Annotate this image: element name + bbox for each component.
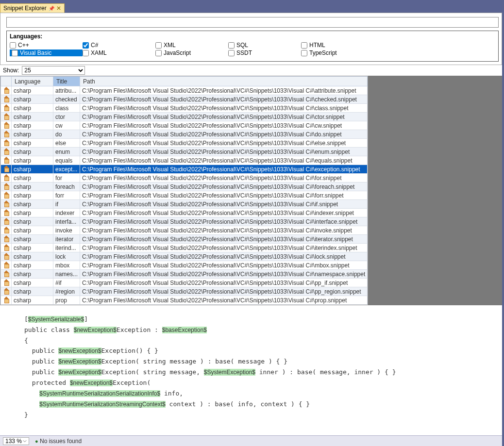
- checkbox[interactable]: [228, 50, 235, 56]
- col-title[interactable]: Title: [53, 77, 80, 86]
- snippet-icon: [3, 157, 10, 163]
- table-row[interactable]: csharpforC:\Program Files\Microsoft Visu…: [1, 174, 368, 182]
- snippet-icon: [3, 297, 10, 302]
- snippet-icon: [3, 227, 10, 232]
- snippet-icon: [3, 96, 10, 101]
- lang-typescript[interactable]: TypeScript: [301, 50, 374, 56]
- table-row[interactable]: csharpmboxC:\Program Files\Microsoft Vis…: [1, 261, 368, 270]
- snippet-placeholder: $SystemRuntimeSerializationStreamingCont…: [39, 401, 165, 408]
- snippet-icon: [3, 87, 10, 93]
- chevron-down-icon: [23, 439, 27, 443]
- snippet-placeholder: $SystemException$: [204, 369, 255, 376]
- close-icon[interactable]: ✕: [56, 5, 61, 12]
- search-input[interactable]: [6, 17, 499, 28]
- snippet-icon: [3, 113, 10, 119]
- checkbox[interactable]: [10, 42, 16, 49]
- snippet-placeholder: $SystemRuntimeSerializationSerialization…: [39, 390, 160, 397]
- snippet-icon: [3, 218, 10, 224]
- table-row[interactable]: csharpcwC:\Program Files\Microsoft Visua…: [1, 121, 368, 130]
- grid-area: Language Title Path csharpattribu...C:\P…: [0, 76, 502, 305]
- table-row[interactable]: csharpinterfa...C:\Program Files\Microso…: [1, 217, 368, 226]
- snippet-icon: [3, 244, 10, 250]
- col-icon[interactable]: [1, 77, 12, 86]
- tab-snippet-explorer[interactable]: Snippet Explorer 📌 ✕: [0, 3, 65, 13]
- snippet-placeholder: $baseException$: [162, 327, 207, 333]
- tab-strip: Snippet Explorer 📌 ✕: [0, 2, 502, 13]
- snippet-icon: [3, 192, 10, 198]
- table-row[interactable]: csharpcheckedC:\Program Files\Microsoft …: [1, 95, 368, 104]
- snippet-icon: [3, 270, 10, 276]
- checkbox[interactable]: [83, 42, 89, 49]
- checkbox[interactable]: [155, 42, 162, 49]
- table-row[interactable]: csharpiterind...C:\Program Files\Microso…: [1, 244, 368, 252]
- lang-html[interactable]: HTML: [301, 42, 374, 49]
- checkbox[interactable]: [301, 42, 307, 49]
- checkbox[interactable]: [12, 50, 18, 56]
- languages-label: Languages:: [10, 33, 495, 40]
- checkbox[interactable]: [301, 50, 307, 56]
- table-row[interactable]: csharpforrC:\Program Files\Microsoft Vis…: [1, 191, 368, 200]
- lang-ssdt[interactable]: SSDT: [228, 50, 301, 56]
- table-row[interactable]: csharpnames...C:\Program Files\Microsoft…: [1, 270, 368, 279]
- table-row[interactable]: csharpifC:\Program Files\Microsoft Visua…: [1, 200, 368, 209]
- table-row[interactable]: csharppropC:\Program Files\Microsoft Vis…: [1, 296, 368, 305]
- snippet-icon: [3, 174, 10, 180]
- table-row[interactable]: csharpctorC:\Program Files\Microsoft Vis…: [1, 113, 368, 121]
- zoom-control[interactable]: 133 %: [3, 437, 29, 445]
- lang-xaml[interactable]: XAML: [83, 50, 155, 56]
- table-row[interactable]: csharp#regionC:\Program Files\Microsoft …: [1, 287, 368, 296]
- check-icon: ●: [35, 438, 38, 444]
- show-row: Show: 25: [0, 65, 502, 76]
- snippet-icon: [3, 148, 10, 154]
- snippet-placeholder: $SystemSerializable$: [28, 316, 84, 323]
- checkbox[interactable]: [228, 42, 235, 49]
- show-select[interactable]: 25: [22, 66, 85, 75]
- code-preview: [$SystemSerializable$] public class $new…: [0, 305, 502, 435]
- snippet-placeholder: $newException$: [70, 380, 113, 386]
- table-row[interactable]: csharpindexerC:\Program Files\Microsoft …: [1, 209, 368, 217]
- table-row[interactable]: csharpinvokeC:\Program Files\Microsoft V…: [1, 226, 368, 235]
- languages-group: Languages: C++C#XMLSQLHTMLVisual BasicXA…: [6, 31, 499, 62]
- table-row[interactable]: csharpdoC:\Program Files\Microsoft Visua…: [1, 130, 368, 139]
- snippet-placeholder: $newException$: [58, 358, 101, 365]
- lang-c-[interactable]: C#: [83, 42, 155, 49]
- lang-visual-basic[interactable]: Visual Basic: [10, 50, 83, 56]
- col-language[interactable]: Language: [12, 77, 53, 86]
- snippet-placeholder: $newException$: [58, 369, 101, 376]
- status-bar: 133 % ● No issues found: [0, 435, 502, 446]
- lang-sql[interactable]: SQL: [228, 42, 301, 49]
- snippet-icon: [3, 104, 10, 110]
- snippet-icon: [3, 122, 10, 128]
- snippet-placeholder: $newException$: [58, 347, 101, 354]
- table-row[interactable]: csharpclassC:\Program Files\Microsoft Vi…: [1, 104, 368, 113]
- table-row[interactable]: csharpiteratorC:\Program Files\Microsoft…: [1, 235, 368, 244]
- snippet-icon: [3, 165, 10, 171]
- snippet-icon: [3, 279, 10, 285]
- snippet-icon: [3, 209, 10, 215]
- show-label: Show:: [3, 67, 19, 74]
- snippet-icon: [3, 183, 10, 189]
- tab-title: Snippet Explorer: [3, 5, 47, 12]
- table-row[interactable]: csharpenumC:\Program Files\Microsoft Vis…: [1, 148, 368, 156]
- lang-xml[interactable]: XML: [155, 42, 228, 49]
- snippet-icon: [3, 235, 10, 241]
- pin-icon[interactable]: 📌: [49, 6, 54, 11]
- table-row[interactable]: csharpforeachC:\Program Files\Microsoft …: [1, 182, 368, 191]
- table-row[interactable]: csharplockC:\Program Files\Microsoft Vis…: [1, 252, 368, 261]
- table-row[interactable]: csharpattribu...C:\Program Files\Microso…: [1, 86, 368, 95]
- table-row[interactable]: csharpelseC:\Program Files\Microsoft Vis…: [1, 139, 368, 148]
- lang-c-[interactable]: C++: [10, 42, 83, 49]
- snippets-grid[interactable]: Language Title Path csharpattribu...C:\P…: [0, 76, 368, 305]
- snippet-icon: [3, 253, 10, 259]
- checkbox[interactable]: [83, 50, 89, 56]
- table-row[interactable]: csharpexcept...C:\Program Files\Microsof…: [1, 165, 368, 174]
- table-row[interactable]: csharpequalsC:\Program Files\Microsoft V…: [1, 156, 368, 165]
- lang-javascript[interactable]: JavaScript: [155, 50, 228, 56]
- snippet-icon: [3, 131, 10, 136]
- table-row[interactable]: csharp#ifC:\Program Files\Microsoft Visu…: [1, 279, 368, 287]
- col-path[interactable]: Path: [80, 77, 368, 86]
- snippet-icon: [3, 262, 10, 267]
- snippet-icon: [3, 139, 10, 145]
- snippet-placeholder: $newException$: [74, 327, 117, 333]
- checkbox[interactable]: [155, 50, 162, 56]
